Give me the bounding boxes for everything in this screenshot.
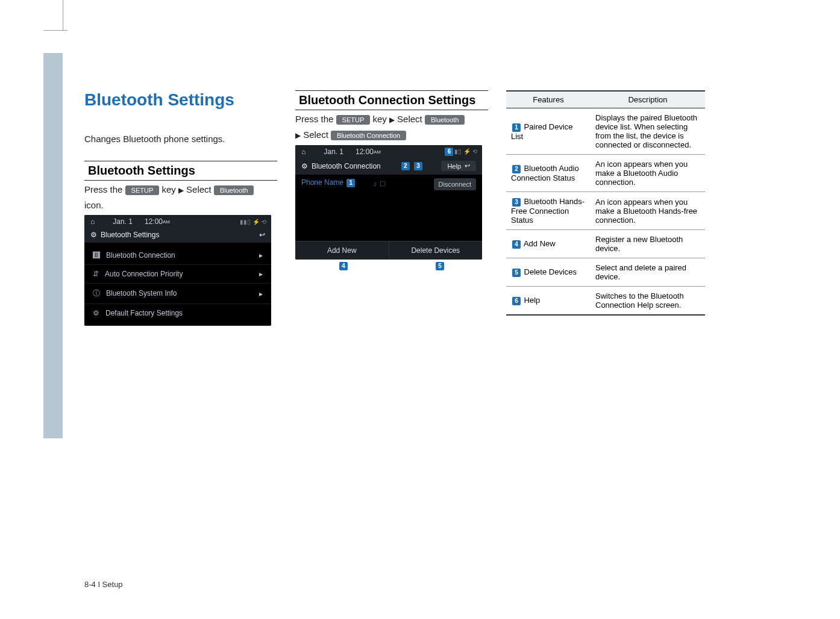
table-row: 3 Bluetooth Hands-Free Connection Status… <box>506 192 705 230</box>
bluetooth-pill: Bluetooth <box>425 115 465 125</box>
table-row: 4 Add NewRegister a new Bluetooth device… <box>506 230 705 258</box>
feature-name: Bluetooth Hands-Free Connection Status <box>511 197 585 225</box>
table-row: 5 Delete DevicesSelect and delete a pair… <box>506 258 705 287</box>
callout-badge-6: 6 <box>445 148 453 156</box>
setup-key-pill: SETUP <box>336 115 371 125</box>
callout-badge: 5 <box>512 269 521 277</box>
feature-name: Help <box>522 296 540 305</box>
instruction-line: icon. <box>84 200 277 210</box>
feature-description: Displays the paired Bluetooth device lis… <box>591 108 705 155</box>
phone-icon: ▢ <box>380 179 386 187</box>
feature-name: Bluetooth Audio Connection Status <box>511 164 579 182</box>
back-icon: ↩ <box>465 162 470 170</box>
phone-name-label: Phone Name <box>301 178 343 187</box>
status-time: 12:00 <box>356 148 374 156</box>
status-date: Jan. 1 <box>113 217 133 226</box>
list-item: ⇵Auto Connection Priority ▸ <box>84 265 271 284</box>
add-new-button: Add New <box>295 241 389 260</box>
table-row: 2 Bluetooth Audio Connection StatusAn ic… <box>506 155 705 192</box>
table-row: 6 HelpSwitches to the Bluetooth Connecti… <box>506 287 705 316</box>
screenshot-bt-connection: ⌂ Jan. 1 12:00AM 6▮▯ ⚡ ⟲ ⚙ Bluetooth Con… <box>295 145 482 260</box>
feature-description: An icon appears when you make a Bluetoot… <box>591 192 705 230</box>
crop-mark <box>63 0 63 30</box>
list-item: 🅱Bluetooth Connection ▸ <box>84 246 271 265</box>
instr-text: Press the <box>84 184 122 194</box>
feature-description: An icon appears when you make a Bluetoot… <box>591 155 705 192</box>
screenshot-bt-settings: ⌂ Jan. 1 12:00AM ▮▮▯ ⚡ ⟲ ⚙ Bluetooth Set… <box>84 215 271 326</box>
help-button: Help ↩ <box>441 161 476 171</box>
instr-text: key <box>372 114 386 124</box>
instruction-line: Press the SETUP key ▶ Select Bluetooth <box>84 184 277 195</box>
help-label: Help <box>447 163 461 170</box>
bottom-button-bar: Add New Delete Devices <box>295 241 482 260</box>
callout-badge: 4 <box>512 240 521 249</box>
page-content: Bluetooth Settings Changes Bluetooth pho… <box>84 90 705 326</box>
gear-icon: ⚙ <box>90 231 97 239</box>
arrow-icon: ▶ <box>178 186 184 194</box>
screen-title-bar: ⚙ Bluetooth Settings ↩ <box>84 228 271 243</box>
callout-badge: 3 <box>512 198 521 207</box>
screen-title: Bluetooth Settings <box>101 231 159 239</box>
home-icon: ⌂ <box>90 217 95 226</box>
screen-title: Bluetooth Connection <box>312 162 381 170</box>
instr-text: Press the <box>295 114 333 124</box>
connection-body: Phone Name 1 ♪ ▢ Disconnect <box>295 175 482 241</box>
setup-key-pill: SETUP <box>125 185 160 195</box>
chevron-right-icon: ▸ <box>259 251 263 260</box>
list-item: ⓘBluetooth System Info ▸ <box>84 284 271 304</box>
instruction-line: Press the SETUP key ▶ Select Bluetooth <box>295 114 488 125</box>
features-table: Features Description 1 Paired Device Lis… <box>506 90 705 316</box>
callout-badge-5: 5 <box>436 262 444 270</box>
screen-title-bar: ⚙ Bluetooth Connection 2 3 Help ↩ <box>295 158 482 175</box>
audio-icon: ♪ <box>374 180 377 187</box>
callout-badge: 2 <box>512 165 521 173</box>
crop-mark <box>43 30 67 31</box>
list-item-label: Bluetooth Connection <box>106 251 175 260</box>
feature-description: Register a new Bluetooth device. <box>591 230 705 258</box>
bluetooth-icon: 🅱 <box>93 251 100 260</box>
instruction-line: ▶ Select Bluetooth Connection <box>295 129 488 140</box>
signal-icons: 6▮▯ ⚡ ⟲ <box>444 148 477 156</box>
bt-connection-pill: Bluetooth Connection <box>331 131 406 140</box>
page-title: Bluetooth Settings <box>84 90 277 110</box>
section-heading-bt-conn: Bluetooth Connection Settings <box>295 90 488 110</box>
callout-badge: 6 <box>512 297 521 305</box>
status-date: Jan. 1 <box>324 148 343 156</box>
callout-badge-2: 2 <box>401 162 410 170</box>
page-footer: 8-4 I Setup <box>84 580 123 589</box>
delete-devices-button: Delete Devices <box>389 241 483 260</box>
instr-text: key <box>161 184 175 194</box>
table-head-features: Features <box>506 91 591 108</box>
feature-description: Switches to the Bluetooth Connection Hel… <box>591 287 705 316</box>
priority-icon: ⇵ <box>93 270 99 278</box>
instr-text: Select <box>397 114 422 124</box>
arrow-icon: ▶ <box>295 131 301 140</box>
callout-badge: 1 <box>512 123 521 132</box>
disconnect-button: Disconnect <box>434 178 476 190</box>
home-icon: ⌂ <box>301 148 306 156</box>
bottom-callouts: 4 5 <box>295 262 488 270</box>
table-row: 1 Paired Device ListDisplays the paired … <box>506 108 705 155</box>
page-side-tab <box>43 53 63 438</box>
arrow-icon: ▶ <box>389 116 395 124</box>
chevron-right-icon: ▸ <box>259 290 263 298</box>
bluetooth-pill: Bluetooth <box>214 185 254 195</box>
instr-text: Select <box>303 129 328 140</box>
status-ampm: AM <box>163 219 170 225</box>
status-ampm: AM <box>374 149 381 155</box>
feature-description: Select and delete a paired device. <box>591 258 705 287</box>
gear-icon: ⚙ <box>301 162 308 170</box>
back-icon: ↩ <box>259 231 265 239</box>
list-item-label: Bluetooth System Info <box>106 289 177 297</box>
feature-name: Add New <box>522 239 556 248</box>
callout-badge-1: 1 <box>346 179 355 187</box>
instr-text: Select <box>186 184 212 194</box>
status-time: 12:00 <box>145 217 163 226</box>
list-item-label: Default Factory Settings <box>105 309 183 317</box>
signal-icons: ▮▮▯ ⚡ ⟲ <box>240 219 266 225</box>
list-item-label: Auto Connection Priority <box>105 270 183 278</box>
table-head-description: Description <box>591 91 705 108</box>
chevron-right-icon: ▸ <box>259 270 263 278</box>
section-heading-bt-settings: Bluetooth Settings <box>84 161 277 181</box>
intro-text: Changes Bluetooth phone settings. <box>84 134 277 144</box>
